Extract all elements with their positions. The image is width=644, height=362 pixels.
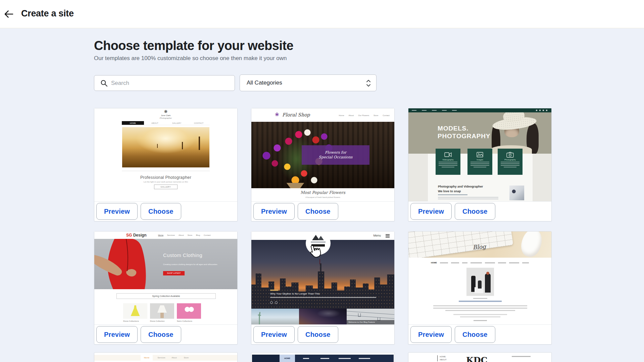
mini-menu-label: Menu: [373, 234, 381, 237]
template-card-navy-header: HOME: [251, 352, 395, 362]
mini-hero-title: MODELS. PHOTOGRAPHY: [438, 124, 490, 140]
divider: [437, 355, 438, 361]
choose-button[interactable]: Choose: [455, 203, 495, 220]
feature-card-videography: Videography: [436, 149, 460, 175]
template-thumbnail-travel-blog[interactable]: Menu Why Your Skyline Is No Longer Than …: [251, 231, 394, 324]
preview-button[interactable]: Preview: [410, 203, 452, 220]
keyboard: [408, 231, 513, 258]
mini-hero: MODELS. PHOTOGRAPHY: [408, 112, 551, 154]
ski-lift-photo: Welcome to Our Blog Feature: [347, 309, 394, 324]
text-bar: [470, 162, 489, 162]
mini-section-title: Most Popular Flowers: [251, 190, 394, 195]
mini-hero-subtitle: Creating custom clothing designs for all…: [163, 263, 218, 266]
mini-nav: HOME ABOUT GALLERY CONTACT: [122, 121, 210, 125]
preview-button[interactable]: Preview: [253, 203, 295, 220]
mini-script-title: Blog: [473, 243, 486, 251]
preview-button[interactable]: Preview: [253, 326, 295, 343]
template-thumbnail-floral-shop[interactable]: ❀ Floral Shop Home About Our Flowers Sto…: [251, 108, 394, 201]
template-thumbnail-orange-tabs[interactable]: Home Services About Store: [94, 353, 237, 362]
mini-hero: Custom Clothing Creating custom clothing…: [94, 239, 237, 289]
banner-line: Special Occasions: [302, 155, 369, 160]
mini-nav-item: ABOUT: [144, 121, 166, 125]
person: [478, 280, 482, 289]
yellow-dress: [130, 305, 141, 316]
template-card-sg-design: SG Design Home Services About Store Blog…: [94, 231, 238, 345]
template-grid-row-2: SG Design Home Services About Store Blog…: [94, 231, 552, 345]
category-select[interactable]: All Categories: [240, 74, 377, 91]
template-thumbnail-photographer[interactable]: ✺ Jone Clark Photographer HOME ABOUT GAL…: [94, 108, 237, 201]
text-bar: [453, 314, 507, 315]
template-thumbnail-blog-keyboard[interactable]: Blog HOME: [408, 231, 551, 324]
text-bar: [439, 162, 457, 162]
nav-text-bar: [509, 262, 519, 263]
nav-text-bar: [303, 358, 309, 359]
template-card-floral-shop: ❀ Floral Shop Home About Our Flowers Sto…: [251, 108, 395, 221]
mini-tab-active: Home: [141, 355, 153, 361]
mini-header: HOME: [252, 355, 394, 362]
text-bar: [270, 290, 278, 291]
preview-button[interactable]: Preview: [410, 326, 452, 343]
skyline-silhouette: [251, 258, 394, 309]
chairlift: [358, 313, 361, 317]
mini-nav-item: [412, 110, 416, 111]
fence-post: [182, 142, 183, 149]
choose-button[interactable]: Choose: [455, 326, 495, 343]
mountain-icon: [318, 236, 324, 240]
template-card-travel-blog: Menu Why Your Skyline Is No Longer Than …: [251, 231, 395, 345]
feature-card-photography: Photography: [498, 149, 523, 175]
mini-tagline: Let the light in your work pursue memori…: [122, 181, 210, 183]
mini-nav-item: ABOUT: [440, 358, 447, 361]
text-bar: [474, 167, 486, 167]
hero-banner: Flowers for Special Occasions: [302, 145, 369, 165]
mini-nav-item: [422, 110, 427, 111]
choose-button[interactable]: Choose: [141, 326, 181, 343]
statue-of-liberty-photo: [251, 309, 299, 324]
search-input[interactable]: [111, 76, 232, 90]
template-thumbnail-navy-header[interactable]: HOME: [251, 353, 394, 362]
tower-antenna: [319, 259, 320, 264]
feature-label: Videography: [436, 159, 460, 161]
mini-nav-item: Services: [167, 234, 175, 237]
mini-nav-item: Home: [339, 114, 344, 116]
feature-label: Images: [467, 159, 492, 161]
search-box[interactable]: [94, 75, 235, 91]
thumbnail-caption: Welcome to Our Blog Feature: [347, 320, 394, 324]
template-thumbnail-kdc[interactable]: HOME ABOUT KDC: [408, 353, 551, 362]
preview-button[interactable]: Preview: [96, 326, 138, 343]
text-bar: [270, 297, 376, 298]
back-button[interactable]: [3, 9, 15, 19]
text-bar: [470, 165, 489, 166]
mini-header: SG Design Home Services About Store Blog…: [94, 231, 237, 239]
product-label: Swim Collections: [177, 320, 201, 322]
text-bar: [501, 162, 519, 162]
text-bar: [438, 194, 467, 195]
mini-nav-item: Blog: [196, 234, 200, 237]
choose-button[interactable]: Choose: [298, 203, 338, 220]
choose-button[interactable]: Choose: [141, 203, 181, 220]
mini-logo: Floral Shop: [282, 112, 310, 117]
logo-text: Design: [133, 233, 147, 238]
choose-button[interactable]: Choose: [298, 326, 338, 343]
nav-text-bar: [522, 262, 529, 263]
mini-tab-active: HOME: [280, 355, 295, 362]
sepia-field-photo: [122, 127, 209, 167]
fence-post: [199, 137, 200, 150]
text-bar: [438, 199, 498, 199]
collection-banner: Spring Collection Available: [116, 293, 216, 299]
person: [485, 274, 491, 293]
text-bar: [470, 163, 489, 164]
mini-section-heading: We love to snap: [438, 190, 461, 193]
white-dress: [157, 305, 167, 313]
flower-logo-icon: ❀: [275, 111, 279, 117]
card-actions: Preview Choose: [408, 201, 551, 221]
social-icon: [543, 110, 544, 111]
text-bar: [445, 310, 515, 311]
template-thumbnail-models-photography[interactable]: MODELS. PHOTOGRAPHY Videography Images: [408, 108, 551, 201]
banner-line: Flowers for: [302, 150, 369, 155]
preview-button[interactable]: Preview: [96, 203, 138, 220]
mini-tab: About: [169, 355, 180, 361]
template-thumbnail-sg-design[interactable]: SG Design Home Services About Store Blog…: [94, 231, 237, 324]
text-bar: [504, 167, 516, 167]
mini-nav: [408, 108, 551, 112]
video-icon: [444, 151, 452, 158]
